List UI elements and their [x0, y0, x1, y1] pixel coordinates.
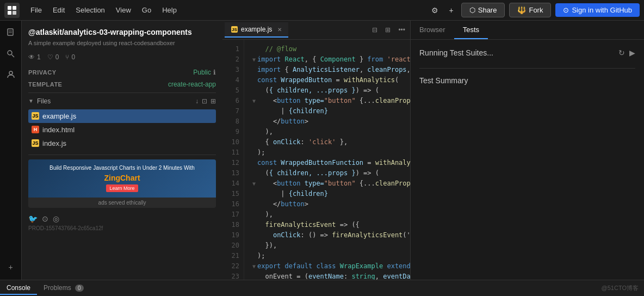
ad-title: Build Responsive Javascript Charts in Un…: [46, 164, 198, 171]
line-num-23: 23: [222, 272, 244, 280]
line-num-21: 21: [222, 251, 244, 261]
template-value[interactable]: create-react-app: [168, 81, 216, 88]
sidebar-icon-profile[interactable]: [3, 66, 19, 83]
forks-stat: ⑂ 0: [65, 53, 75, 61]
code-line-13: );: [251, 147, 410, 158]
code-line-2: ▼import React, { Component } from 'react…: [251, 54, 410, 65]
code-line-4: import { AnalyticsListener, cleanProps, …: [251, 65, 410, 75]
copy-icon[interactable]: ⊡: [202, 97, 207, 105]
twitter-icon[interactable]: 🐦: [28, 214, 38, 223]
menu-edit[interactable]: Edit: [48, 4, 69, 16]
settings-icon-btn[interactable]: ⚙: [428, 4, 442, 17]
line-num-16: 16: [222, 199, 244, 209]
tab-tests[interactable]: Tests: [454, 21, 488, 39]
code-line-10: </button>: [251, 116, 410, 127]
code-line-23: }),: [251, 240, 410, 251]
tab-browser[interactable]: Browser: [411, 21, 454, 39]
refresh-icon[interactable]: ↻: [618, 48, 625, 57]
fork-label: Fork: [529, 6, 543, 14]
app-logo[interactable]: [4, 3, 20, 18]
js-file-icon-2: JS: [32, 139, 39, 147]
menu-go[interactable]: Go: [138, 4, 156, 16]
github-icon: ⊙: [563, 6, 569, 14]
line-num-11: 11: [222, 147, 244, 158]
code-line-17: ▼ <button type="button" {...cleanProps(p…: [251, 178, 410, 189]
info-icon: ℹ: [213, 69, 216, 76]
ad-logo: ZingChart: [104, 174, 140, 182]
menu-file[interactable]: File: [26, 4, 46, 16]
code-line-15: const WrappedButtonFunction = withAnalyt…: [251, 158, 410, 168]
sidebar-icon-search[interactable]: [3, 46, 19, 62]
privacy-row: PRIVACY Public ℹ: [28, 69, 216, 76]
privacy-value: Public: [193, 69, 211, 76]
sidebar-icon-add[interactable]: +: [3, 259, 19, 275]
line-num-14: 14: [222, 178, 244, 189]
problems-label: Problems: [44, 284, 71, 292]
main-content: + @atlaskit/analytics-03-wrapping-compon…: [0, 21, 644, 280]
fold-icon-26[interactable]: ▼: [251, 263, 257, 270]
folder-icon[interactable]: ⊞: [210, 97, 216, 105]
bottom-tab-problems[interactable]: Problems 0: [37, 282, 90, 295]
file-item-index-html[interactable]: H index.html: [28, 123, 216, 137]
sidebar-icon-files[interactable]: [3, 25, 19, 41]
code-line-20: ),: [251, 209, 410, 220]
line-num-12: 12: [222, 158, 244, 168]
menu-selection[interactable]: Selection: [71, 4, 109, 16]
svg-rect-5: [8, 29, 13, 35]
svg-rect-2: [13, 6, 16, 10]
fork-stat-icon: ⑂: [65, 53, 69, 61]
fold-icon-17[interactable]: ▼: [251, 181, 257, 187]
forks-count: 0: [71, 53, 75, 61]
code-line-26: ▼export default class WrapExample extend…: [251, 261, 410, 272]
svg-rect-0: [4, 3, 20, 18]
share-label: Share: [478, 6, 497, 14]
signin-button[interactable]: ⊙ Sign in with GitHub: [555, 3, 640, 17]
project-desc: A simple example deployed using react-co…: [28, 39, 216, 47]
views-count: 1: [37, 53, 41, 61]
code-line-21: fireAnalyticsEvent => ({: [251, 220, 410, 230]
menu-bar: File Edit Selection View Go Help: [26, 4, 428, 16]
new-icon-btn[interactable]: +: [446, 4, 457, 17]
share-button[interactable]: ⬡ Share: [461, 3, 505, 17]
right-panel: Browser Tests Running Test Suites... ↻ ▶…: [410, 21, 644, 280]
download-icon[interactable]: ↓: [195, 97, 199, 105]
line-num-3: 3: [222, 65, 244, 75]
github-social-icon[interactable]: ⊙: [42, 214, 48, 223]
split-icon[interactable]: ⊟: [369, 24, 380, 35]
line-num-18: 18: [222, 220, 244, 230]
line-num-4: 4: [222, 75, 244, 85]
code-editor[interactable]: 1 2 3 4 5 6 7 8 9 10 11 12 13 14 15 16 1…: [222, 40, 410, 280]
fork-button[interactable]: 🔱 Fork: [509, 3, 551, 17]
line-num-13: 13: [222, 168, 244, 178]
code-line-12: { onClick: 'click' },: [251, 137, 410, 147]
code-line-6: const WrappedButton = withAnalytics(: [251, 75, 410, 85]
svg-rect-4: [13, 11, 16, 15]
ad-button[interactable]: Learn More: [106, 184, 138, 192]
ad-footer: ads served ethically: [28, 198, 216, 208]
discord-icon[interactable]: ◎: [53, 214, 59, 223]
tab-example-js[interactable]: JS example.js ✕: [225, 22, 288, 38]
play-icon[interactable]: ▶: [629, 48, 635, 57]
file-name: index.html: [42, 126, 75, 134]
menu-view[interactable]: View: [112, 4, 135, 16]
tab-close-icon[interactable]: ✕: [277, 27, 282, 33]
file-item-index-js[interactable]: JS index.js: [28, 137, 216, 150]
tab-js-icon: JS: [231, 26, 238, 33]
file-item-example-js[interactable]: JS example.js: [28, 109, 216, 123]
code-line-22: onClick: () => fireAnalyticsEvent('click…: [251, 230, 410, 240]
test-summary-title: Test Summary: [419, 76, 635, 85]
svg-point-8: [8, 51, 12, 55]
layout-icon[interactable]: ⊞: [382, 24, 393, 35]
line-numbers: 1 2 3 4 5 6 7 8 9 10 11 12 13 14 15 16 1…: [222, 40, 244, 280]
files-header[interactable]: ▼ Files ↓ ⊡ ⊞: [28, 97, 216, 105]
fold-icon-2[interactable]: ▼: [251, 57, 257, 63]
fold-icon-8[interactable]: ▼: [251, 98, 257, 104]
more-icon[interactable]: •••: [395, 24, 408, 35]
file-name: index.js: [42, 139, 66, 147]
bottom-tab-console[interactable]: Console: [0, 282, 37, 295]
menu-help[interactable]: Help: [158, 4, 181, 16]
separator-1: [28, 92, 216, 93]
line-num-10: 10: [222, 137, 244, 147]
line-num-6: 6: [222, 96, 244, 106]
editor-tabs: JS example.js ✕ ⊟ ⊞ •••: [222, 21, 410, 40]
